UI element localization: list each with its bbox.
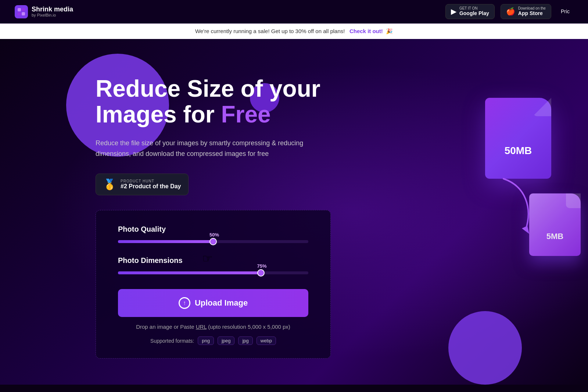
upload-button[interactable]: ↑ Upload Image bbox=[118, 289, 308, 317]
navbar: Shrink media by PixelBin.io ▶ GET IT ON … bbox=[0, 0, 588, 24]
upload-button-label: Upload Image bbox=[195, 298, 248, 308]
google-play-text: GET IT ON Google Play bbox=[459, 7, 489, 17]
format-jpg: jpg bbox=[238, 336, 252, 345]
hero-section: 50MB 5MB Reduce Size of your Images for … bbox=[0, 39, 588, 385]
quality-slider-container[interactable]: 50% bbox=[118, 240, 308, 243]
svg-rect-1 bbox=[22, 8, 25, 11]
dimensions-slider-thumb[interactable] bbox=[257, 269, 265, 277]
announcement-bar: We're currently running a sale! Get up t… bbox=[0, 24, 588, 39]
dimensions-slider-container[interactable]: 75% bbox=[118, 271, 308, 274]
brand-name: Shrink media bbox=[32, 6, 73, 13]
file-big-label: 50MB bbox=[485, 145, 551, 157]
svg-rect-0 bbox=[18, 8, 21, 11]
dimensions-label: Photo Dimensions bbox=[118, 256, 308, 265]
quality-slider-thumb[interactable] bbox=[209, 238, 217, 245]
ph-label: PRODUCT HUNT bbox=[121, 179, 181, 183]
url-underline: URL bbox=[196, 324, 207, 330]
app-store-text: Download on the App Store bbox=[518, 7, 546, 17]
brand-by: by PixelBin.io bbox=[32, 13, 73, 17]
brand-text: Shrink media by PixelBin.io bbox=[32, 6, 73, 18]
ph-text: PRODUCT HUNT #2 Product of the Day bbox=[121, 179, 181, 190]
dimensions-slider-track: 75% bbox=[118, 271, 308, 274]
upload-card: Photo Quality 50% Photo Dimensions 75% ↑… bbox=[96, 210, 331, 359]
brand-logo bbox=[15, 5, 28, 18]
pricing-link[interactable]: Pric bbox=[557, 8, 573, 14]
drop-hint: Drop an image or Paste URL (upto resolut… bbox=[118, 324, 308, 330]
format-webp: webp bbox=[257, 336, 276, 345]
hero-title-line1: Reduce Size of your bbox=[96, 75, 320, 102]
bg-circle-bottom bbox=[448, 311, 522, 385]
format-jpeg: jpeg bbox=[218, 336, 235, 345]
quality-slider-track: 50% bbox=[118, 240, 308, 243]
quality-slider-fill bbox=[118, 240, 213, 243]
announcement-emoji: 🎉 bbox=[386, 28, 393, 34]
supported-formats: Supported formats: png jpeg jpg webp bbox=[118, 336, 308, 345]
file-small: 5MB bbox=[529, 193, 584, 260]
nav-right: ▶ GET IT ON Google Play 🍎 Download on th… bbox=[445, 4, 573, 19]
hero-title: Reduce Size of your Images for Free bbox=[96, 76, 331, 128]
google-play-icon: ▶ bbox=[451, 7, 456, 16]
file-small-label: 5MB bbox=[529, 232, 581, 241]
hero-title-line2-normal: Images for bbox=[96, 101, 221, 128]
file-big-shape: 50MB bbox=[485, 98, 551, 179]
svg-rect-3 bbox=[22, 12, 25, 15]
hero-title-free: Free bbox=[221, 101, 270, 128]
file-illustration: 50MB 5MB bbox=[404, 68, 588, 289]
brand: Shrink media by PixelBin.io bbox=[15, 5, 73, 18]
ph-medal-icon: 🥇 bbox=[103, 178, 116, 190]
file-small-shape: 5MB bbox=[529, 193, 581, 256]
format-png: png bbox=[198, 336, 214, 345]
apple-icon: 🍎 bbox=[506, 7, 515, 16]
product-hunt-badge: 🥇 PRODUCT HUNT #2 Product of the Day bbox=[96, 174, 189, 195]
svg-rect-2 bbox=[18, 12, 21, 15]
announcement-text: We're currently running a sale! Get up t… bbox=[195, 28, 345, 34]
ph-rank: #2 Product of the Day bbox=[121, 183, 181, 190]
formats-label: Supported formats: bbox=[150, 338, 194, 344]
dimensions-percent: 75% bbox=[257, 263, 267, 269]
hero-content: Reduce Size of your Images for Free Redu… bbox=[0, 39, 331, 210]
app-store-badge[interactable]: 🍎 Download on the App Store bbox=[501, 4, 551, 19]
dimensions-slider-fill bbox=[118, 271, 261, 274]
google-play-badge[interactable]: ▶ GET IT ON Google Play bbox=[445, 4, 495, 19]
svg-marker-4 bbox=[522, 226, 529, 234]
hero-subtitle: Reduce the file size of your images by s… bbox=[96, 138, 309, 159]
quality-percent: 50% bbox=[209, 232, 219, 238]
announcement-cta[interactable]: Check it out! bbox=[349, 28, 384, 34]
upload-icon: ↑ bbox=[179, 297, 190, 309]
